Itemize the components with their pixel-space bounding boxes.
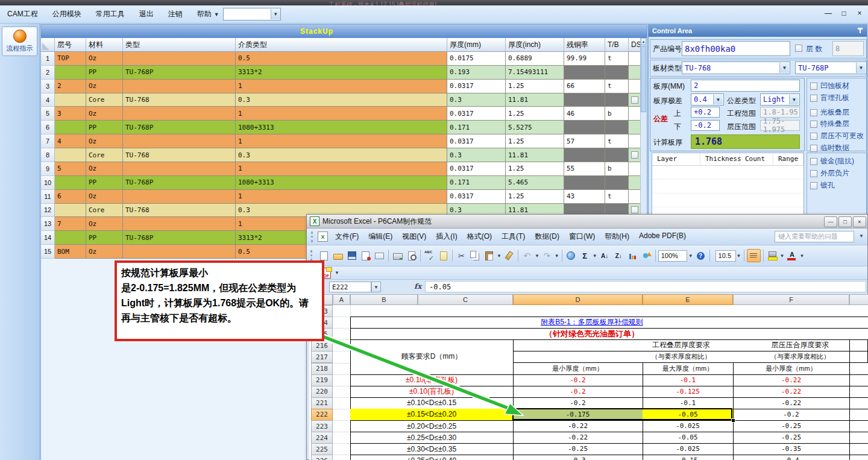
stackup-cell[interactable] bbox=[123, 52, 236, 66]
stackup-cell[interactable]: 7.15493111 bbox=[506, 66, 564, 80]
cell-min-thickness-2[interactable]: -0.25 bbox=[733, 432, 850, 444]
stackup-cell[interactable]: Oz bbox=[86, 245, 123, 259]
app-menu-item-4[interactable]: 注销 bbox=[161, 7, 190, 21]
stackup-cell[interactable]: 55 bbox=[564, 162, 605, 176]
stackup-column-header-0[interactable]: 层号 bbox=[55, 38, 86, 52]
stackup-cell[interactable]: t bbox=[605, 134, 629, 148]
redo-arrow-icon[interactable]: ▼ bbox=[555, 253, 559, 259]
control-checkbox-b-1[interactable]: 外层负片 bbox=[810, 168, 849, 178]
col-header-cut[interactable] bbox=[849, 363, 868, 375]
stackup-cell[interactable]: 1.25 bbox=[506, 107, 564, 121]
checkbox-icon[interactable] bbox=[810, 95, 817, 102]
col-header-max-thickness[interactable]: 最大厚度（mm） bbox=[643, 363, 734, 375]
stackup-cell[interactable]: 7 bbox=[55, 217, 86, 231]
stackup-cell[interactable]: t bbox=[605, 80, 629, 93]
stackup-column-header-6[interactable]: 残铜率 bbox=[564, 38, 605, 52]
fx-icon[interactable]: fx bbox=[414, 282, 421, 291]
cell-cut[interactable] bbox=[849, 397, 868, 409]
cell-min-thickness[interactable]: -0.3 bbox=[513, 455, 643, 460]
minimize-icon[interactable]: — bbox=[823, 9, 833, 17]
stackup-cell[interactable]: PP bbox=[86, 66, 123, 80]
research-icon[interactable] bbox=[437, 250, 450, 262]
column-header-D[interactable]: D bbox=[513, 294, 643, 305]
checkbox-icon[interactable] bbox=[810, 133, 817, 140]
font-color-icon[interactable] bbox=[785, 250, 798, 262]
maximize-icon[interactable]: □ bbox=[839, 9, 849, 17]
cell-min-thickness-2[interactable]: -0.35 bbox=[733, 443, 850, 455]
stackup-cell[interactable]: 1.25 bbox=[506, 134, 564, 148]
column-header-E[interactable]: E bbox=[643, 294, 733, 305]
cell-cut[interactable] bbox=[849, 374, 868, 386]
stackup-column-header-5[interactable]: 厚度(inch) bbox=[506, 38, 564, 52]
layers-checkbox[interactable] bbox=[795, 45, 802, 52]
cut-icon[interactable] bbox=[455, 250, 468, 262]
stackup-row-number[interactable]: 3 bbox=[41, 80, 55, 93]
stackup-cell[interactable]: 1 bbox=[236, 80, 447, 93]
stackup-cell[interactable]: t bbox=[605, 190, 629, 204]
stackup-cell[interactable] bbox=[55, 231, 86, 245]
cell-min-thickness[interactable]: -0.2 bbox=[513, 374, 643, 386]
stackup-cell[interactable]: 46 bbox=[564, 107, 605, 121]
cell-min-thickness[interactable]: -0.22 bbox=[513, 432, 643, 444]
stackup-cell[interactable]: b bbox=[605, 107, 629, 121]
stackup-cell[interactable]: 57 bbox=[564, 134, 605, 148]
email-icon[interactable] bbox=[373, 250, 386, 262]
stackup-cell[interactable]: 0.3 bbox=[236, 148, 447, 162]
cell-min-thickness[interactable]: -0.2 bbox=[513, 397, 643, 409]
stackup-cell[interactable] bbox=[123, 107, 236, 121]
board-type2-select[interactable]: TU-768P ▼ bbox=[795, 61, 867, 74]
app-menu-item-2[interactable]: 常用工具 bbox=[89, 7, 132, 21]
col-header-min-thickness-2[interactable]: 最小厚度（mm） bbox=[733, 363, 850, 375]
dropdown-arrow-icon[interactable]: ▼ bbox=[856, 63, 866, 73]
checkbox-icon[interactable] bbox=[810, 109, 817, 116]
stackup-column-header-4[interactable]: 厚度(mm) bbox=[447, 38, 506, 52]
stackup-row-number[interactable]: 2 bbox=[41, 66, 55, 80]
column-header-B[interactable]: B bbox=[350, 294, 418, 305]
sort-ascending-icon[interactable] bbox=[599, 250, 611, 262]
close-icon[interactable]: × bbox=[855, 9, 864, 17]
stackup-cell[interactable]: 0.5 bbox=[236, 52, 447, 66]
cell-max-thickness[interactable]: -0.05 bbox=[643, 432, 734, 444]
stackup-cell[interactable]: TU-768P bbox=[123, 176, 236, 190]
stackup-cell[interactable]: Oz bbox=[86, 190, 123, 204]
cell-customer-requirement[interactable]: ±0.25<D≤±0.30 bbox=[350, 432, 514, 444]
stackup-ds-cell[interactable] bbox=[629, 148, 641, 162]
stackup-cell[interactable]: 0.0317 bbox=[447, 134, 506, 148]
ds-checkbox[interactable] bbox=[631, 96, 638, 104]
stackup-cell[interactable]: Core bbox=[86, 148, 123, 162]
column-header-partial[interactable] bbox=[849, 294, 868, 305]
excel-maximize-icon[interactable]: □ bbox=[838, 216, 852, 227]
layer-list-column-0[interactable]: Layer bbox=[652, 153, 700, 165]
stackup-cell[interactable]: TU-768 bbox=[123, 148, 236, 162]
stackup-cell[interactable]: 11.81 bbox=[506, 93, 564, 107]
stackup-cell[interactable]: TU-768P bbox=[123, 231, 236, 245]
cell-min-thickness[interactable]: -0.22 bbox=[513, 420, 643, 432]
layer-list-column-1[interactable]: Thickness bbox=[700, 153, 740, 165]
stackup-cell[interactable]: BOM bbox=[55, 245, 86, 259]
excel-menu-item-5[interactable]: 工具(T) bbox=[497, 230, 530, 244]
stackup-cell[interactable]: TU-768 bbox=[123, 93, 236, 107]
help-box-arrow-icon[interactable]: ▼ bbox=[859, 233, 864, 239]
stackup-row-number[interactable]: 8 bbox=[41, 148, 55, 162]
stackup-ds-cell[interactable] bbox=[629, 176, 641, 190]
stackup-row-number[interactable]: 4 bbox=[41, 93, 55, 107]
stackup-cell[interactable]: 3313*2 bbox=[236, 66, 447, 80]
pdf-toolbar-arrow-icon[interactable]: ▼ bbox=[335, 270, 339, 276]
cell-customer-requirement[interactable]: ±0.10(非盲孔板) bbox=[350, 374, 514, 386]
cell-min-thickness[interactable]: -0.25 bbox=[513, 443, 643, 455]
stackup-ds-cell[interactable] bbox=[629, 52, 641, 66]
sort-descending-icon[interactable] bbox=[612, 250, 625, 262]
stackup-ds-cell[interactable] bbox=[629, 190, 641, 204]
stackup-cell[interactable]: 6 bbox=[55, 190, 86, 204]
font-color-arrow-icon[interactable]: ▼ bbox=[799, 253, 804, 259]
excel-menu-item-0[interactable]: 文件(F) bbox=[330, 230, 363, 244]
excel-menu-item-2[interactable]: 视图(V) bbox=[397, 230, 431, 244]
row-header-221[interactable]: 221 bbox=[311, 397, 333, 409]
cell-min-thickness-2[interactable]: -0.22 bbox=[733, 386, 850, 398]
stackup-cell[interactable] bbox=[605, 176, 629, 190]
row-header-222[interactable]: 222 bbox=[311, 409, 333, 421]
fill-color-arrow-icon[interactable]: ▼ bbox=[780, 253, 785, 259]
stackup-ds-cell[interactable] bbox=[629, 80, 641, 93]
stackup-cell[interactable]: 1 bbox=[236, 134, 447, 148]
stackup-cell[interactable]: TOP bbox=[55, 52, 86, 66]
